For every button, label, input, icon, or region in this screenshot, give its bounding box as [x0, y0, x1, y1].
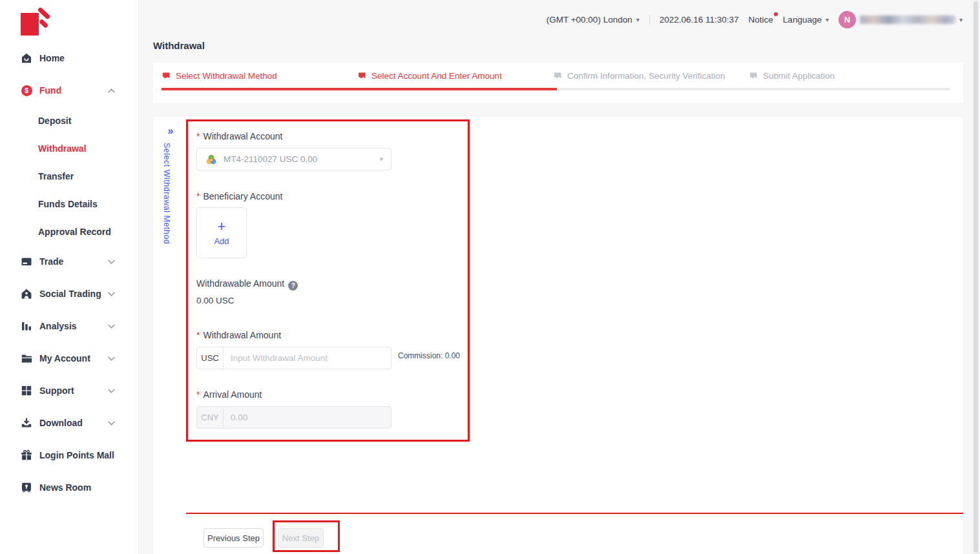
- sidebar-item-label: News Room: [39, 482, 91, 493]
- beneficiary-account-label: *Beneficiary Account: [196, 191, 282, 201]
- social-trading-icon: [21, 288, 32, 300]
- steps-row: Select Withdrawal Method Select Account …: [153, 63, 963, 81]
- mt4-logo-icon: [205, 153, 218, 166]
- chevron-down-icon: ▾: [636, 16, 640, 23]
- sidebar-item-home[interactable]: Home: [0, 42, 138, 74]
- sidebar-item-label: Withdrawal: [38, 143, 87, 154]
- commission-value: Commission: 0.00: [398, 351, 460, 360]
- avatar: N: [839, 11, 856, 28]
- step-select-withdrawal-method: Select Withdrawal Method: [162, 71, 357, 81]
- step-select-account-enter-amount: Select Account And Enter Amount: [357, 71, 553, 81]
- page-scrollbar[interactable]: [972, 0, 980, 554]
- my-account-icon: [21, 353, 32, 364]
- arrival-amount-label: *Arrival Amount: [196, 389, 262, 400]
- analysis-icon: [21, 320, 32, 332]
- fund-icon: $: [21, 85, 32, 96]
- previous-step-button[interactable]: Previous Step: [203, 528, 264, 548]
- brand-logo-stroke: [37, 6, 51, 19]
- sidebar-item-my-account[interactable]: My Account: [0, 342, 138, 374]
- help-icon[interactable]: ?: [288, 281, 298, 291]
- timezone-selector[interactable]: (GMT +00:00) London ▾: [547, 15, 640, 25]
- app-root: Home $ Fund Deposit Withdrawal Transfer: [0, 0, 980, 554]
- timezone-label: (GMT +00:00) London: [547, 15, 632, 25]
- chevron-down-icon: ▾: [959, 16, 963, 23]
- collapse-panel-toggle[interactable]: » Select Withdrawal Method: [162, 125, 179, 244]
- chevron-down-icon: [108, 421, 115, 426]
- sidebar-item-label: Transfer: [38, 171, 74, 181]
- annotation-footer-line: [186, 513, 963, 514]
- notice-badge-dot: [774, 12, 778, 16]
- sidebar-item-label: Approval Record: [38, 227, 111, 237]
- language-label: Language: [783, 15, 822, 25]
- next-step-button[interactable]: Next Step: [278, 528, 324, 548]
- required-asterisk: *: [196, 131, 200, 141]
- sidebar-item-label: Fund: [39, 85, 61, 96]
- arrival-amount-group: CNY: [196, 406, 391, 429]
- sidebar-item-label: Social Trading: [39, 289, 101, 299]
- brand-logo-square: [21, 13, 39, 36]
- sidebar-item-withdrawal[interactable]: Withdrawal: [0, 134, 138, 162]
- brand-logo-stroke: [39, 19, 49, 28]
- chevron-down-icon: [108, 292, 115, 296]
- sidebar-item-label: Funds Details: [38, 199, 98, 209]
- datetime-display: 2022.06.16 11:30:37: [660, 15, 739, 25]
- sidebar-item-transfer[interactable]: Transfer: [0, 162, 138, 190]
- chevron-down-icon: ▾: [379, 155, 383, 163]
- sidebar-item-approval-record[interactable]: Approval Record: [0, 218, 138, 245]
- step-label: Confirm Information, Security Verificati…: [567, 71, 725, 81]
- trade-icon: [21, 256, 32, 267]
- add-label: Add: [214, 236, 229, 246]
- notice-button[interactable]: Notice: [749, 15, 773, 25]
- withdrawal-amount-input[interactable]: [224, 347, 391, 369]
- withdrawal-account-label: *Withdrawal Account: [196, 131, 282, 141]
- sidebar-item-login-points-mall[interactable]: Login Points Mall: [0, 439, 138, 471]
- add-beneficiary-account-button[interactable]: + Add: [196, 207, 247, 258]
- flag-icon: [162, 72, 171, 81]
- main-area: (GMT +00:00) London ▾ 2022.06.16 11:30:3…: [139, 0, 980, 554]
- arrival-amount-input: [224, 407, 391, 428]
- download-icon: [21, 417, 32, 429]
- brand-logo[interactable]: [19, 6, 47, 33]
- chevron-down-icon: ▾: [826, 16, 829, 23]
- withdrawal-form-card: » Select Withdrawal Method *Withdrawal A…: [153, 117, 963, 554]
- plus-icon: +: [218, 220, 226, 233]
- sidebar-item-download[interactable]: Download: [0, 407, 138, 439]
- sidebar-item-funds-details[interactable]: Funds Details: [0, 190, 138, 218]
- language-selector[interactable]: Language ▾: [783, 15, 829, 25]
- notice-label: Notice: [749, 15, 773, 25]
- sidebar-item-social-trading[interactable]: Social Trading: [0, 278, 138, 310]
- sidebar-item-label: Trade: [39, 256, 63, 267]
- chevron-up-icon: [108, 88, 115, 93]
- user-menu[interactable]: N ▾: [839, 11, 963, 28]
- sidebar-item-label: Download: [39, 418, 83, 428]
- sidebar-item-trade[interactable]: Trade: [0, 245, 138, 278]
- sidebar-item-deposit[interactable]: Deposit: [0, 107, 138, 134]
- topbar-divider: [649, 15, 650, 25]
- sidebar-item-analysis[interactable]: Analysis: [0, 310, 138, 342]
- withdrawal-account-select[interactable]: MT4-2110027 USC 0.00 ▾: [196, 148, 391, 170]
- step-label: Select Account And Enter Amount: [371, 71, 502, 81]
- sidebar-item-fund[interactable]: $ Fund: [0, 74, 138, 107]
- required-asterisk: *: [196, 330, 200, 340]
- required-asterisk: *: [196, 389, 200, 400]
- chevron-down-icon: [108, 324, 115, 329]
- home-icon: [21, 52, 32, 64]
- sidebar-item-label: Analysis: [39, 321, 77, 331]
- sidebar: Home $ Fund Deposit Withdrawal Transfer: [0, 0, 139, 554]
- double-chevron-right-icon: »: [162, 125, 179, 137]
- chevron-down-icon: [108, 389, 115, 393]
- page-title: Withdrawal: [153, 40, 205, 51]
- sidebar-item-label: Home: [39, 53, 65, 63]
- sidebar-item-label: Login Points Mall: [39, 450, 114, 460]
- sidebar-item-support[interactable]: Support: [0, 374, 138, 407]
- sidebar-item-news-room[interactable]: News Room: [0, 471, 138, 504]
- datetime-label: 2022.06.16 11:30:37: [660, 15, 739, 25]
- sidebar-item-label: Deposit: [38, 116, 71, 126]
- chevron-down-icon: [108, 356, 115, 361]
- withdrawal-amount-label: *Withdrawal Amount: [196, 330, 281, 340]
- step-submit-application: Submit Application: [749, 71, 944, 81]
- required-asterisk: *: [196, 191, 200, 201]
- currency-prefix: USC: [197, 347, 224, 369]
- scrollbar-thumb[interactable]: [974, 1, 978, 553]
- sidebar-item-label: My Account: [39, 353, 90, 364]
